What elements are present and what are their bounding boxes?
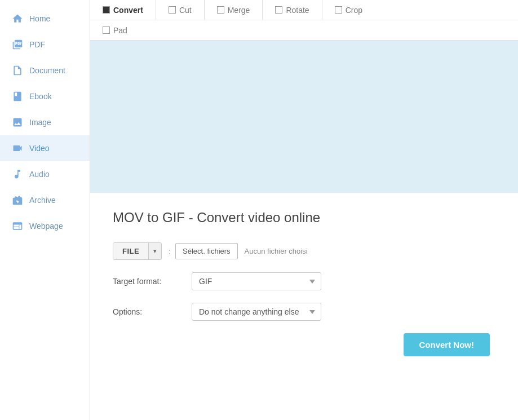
main-content: Convert Cut Merge Rotate Crop Pad MOV to…: [90, 0, 518, 420]
sidebar-label-document: Document: [29, 66, 65, 75]
convert-now-button[interactable]: Convert Now!: [404, 333, 490, 356]
tab-crop[interactable]: Crop: [322, 0, 375, 20]
select-files-button[interactable]: Sélect. fichiers: [175, 243, 238, 259]
sidebar: Home PDF Document Ebook Image Video: [0, 0, 90, 420]
tab-convert-label: Convert: [113, 6, 143, 15]
file-dropdown-button[interactable]: ▾: [148, 243, 161, 259]
sidebar-item-video[interactable]: Video: [0, 135, 90, 161]
sidebar-item-image[interactable]: Image: [0, 109, 90, 135]
sidebar-item-archive[interactable]: Archive: [0, 187, 90, 213]
upload-area[interactable]: [90, 41, 518, 193]
no-file-text: Aucun fichier choisi: [245, 247, 308, 255]
sidebar-item-webpage[interactable]: Webpage: [0, 213, 90, 239]
sidebar-item-audio[interactable]: Audio: [0, 161, 90, 187]
tab-bar-row2: Pad: [90, 20, 518, 41]
webpage-icon: [11, 220, 24, 232]
sidebar-label-ebook: Ebook: [29, 92, 52, 101]
home-icon: [11, 12, 24, 25]
file-colon: :: [169, 247, 171, 256]
options-label: Options:: [113, 307, 192, 316]
convert-checkbox: [103, 6, 110, 14]
form-content: MOV to GIF - Convert video online FILE ▾…: [90, 193, 518, 420]
sidebar-label-pdf: PDF: [29, 40, 45, 49]
tab-merge-label: Merge: [228, 6, 250, 15]
sidebar-label-home: Home: [29, 14, 50, 23]
document-icon: [11, 64, 24, 77]
sidebar-item-document[interactable]: Document: [0, 58, 90, 83]
tab-cut-label: Cut: [179, 6, 192, 15]
merge-checkbox: [217, 6, 224, 14]
tab-merge[interactable]: Merge: [205, 0, 263, 20]
sidebar-label-webpage: Webpage: [29, 222, 63, 231]
target-format-row: Target format: GIF MP4 AVI MOV MKV WMV F…: [113, 272, 495, 290]
image-icon: [11, 116, 24, 129]
sidebar-label-archive: Archive: [29, 196, 56, 205]
options-row: Options: Do not change anything else Cus…: [113, 303, 495, 321]
video-icon: [11, 142, 24, 154]
target-format-select[interactable]: GIF MP4 AVI MOV MKV WMV FLV WEBM: [192, 272, 321, 290]
target-format-controls: GIF MP4 AVI MOV MKV WMV FLV WEBM: [192, 272, 321, 290]
file-btn-group: FILE ▾: [113, 242, 162, 260]
options-controls: Do not change anything else Custom setti…: [192, 303, 321, 321]
tab-cut[interactable]: Cut: [156, 0, 205, 20]
sidebar-label-audio: Audio: [29, 170, 50, 179]
sidebar-item-pdf[interactable]: PDF: [0, 32, 90, 58]
sidebar-label-image: Image: [29, 118, 51, 127]
sidebar-item-ebook[interactable]: Ebook: [0, 83, 90, 109]
pad-checkbox: [103, 26, 110, 34]
sidebar-label-video: Video: [29, 144, 50, 153]
audio-icon: [11, 168, 24, 180]
target-format-label: Target format:: [113, 277, 192, 286]
tab-convert[interactable]: Convert: [90, 0, 156, 20]
options-select[interactable]: Do not change anything else Custom setti…: [192, 303, 321, 321]
tab-bar-row1: Convert Cut Merge Rotate Crop: [90, 0, 518, 20]
archive-icon: [11, 194, 24, 206]
rotate-checkbox: [275, 6, 282, 14]
tab-pad-label: Pad: [113, 26, 127, 35]
tab-pad[interactable]: Pad: [90, 20, 140, 40]
chevron-down-icon: ▾: [153, 247, 157, 254]
tab-crop-label: Crop: [346, 6, 362, 15]
file-row: FILE ▾ : Sélect. fichiers Aucun fichier …: [113, 242, 495, 260]
tab-rotate-label: Rotate: [286, 6, 309, 15]
tab-rotate[interactable]: Rotate: [263, 0, 322, 20]
file-main-button[interactable]: FILE: [113, 243, 148, 259]
crop-checkbox: [335, 6, 342, 14]
file-controls: FILE ▾ : Sélect. fichiers Aucun fichier …: [113, 242, 308, 260]
pdf-icon: [11, 38, 24, 51]
convert-now-row: Convert Now!: [113, 333, 495, 356]
page-title: MOV to GIF - Convert video online: [113, 210, 495, 226]
cut-checkbox: [169, 6, 176, 14]
ebook-icon: [11, 90, 24, 103]
sidebar-item-home[interactable]: Home: [0, 6, 90, 32]
